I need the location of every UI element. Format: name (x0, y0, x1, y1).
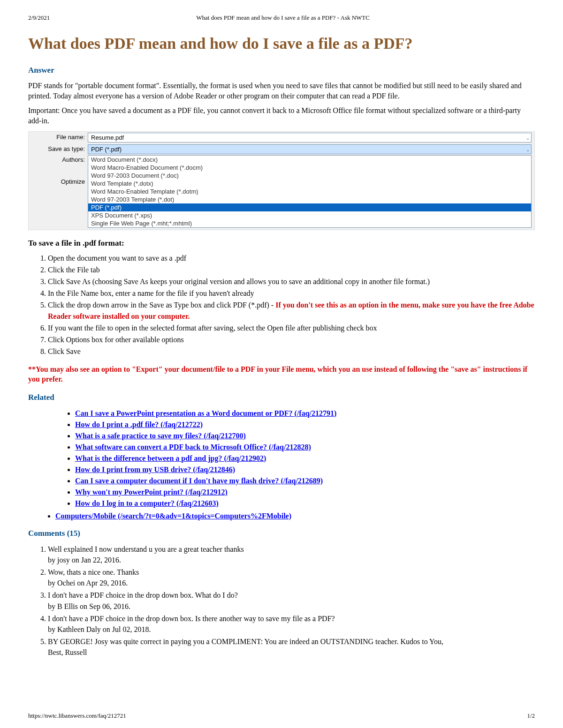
save-as-type-option[interactable]: Word Document (*.docx) (88, 156, 531, 164)
answer-heading: Answer (28, 66, 535, 75)
related-link[interactable]: Can I save a PowerPoint presentation as … (75, 409, 336, 417)
print-date: 2/9/2021 (28, 14, 50, 22)
save-as-type-option[interactable]: XPS Document (*.xps) (88, 211, 531, 219)
optimize-label: Optimize (29, 178, 85, 185)
saveas-dialog-illustration: File name: Resume.pdf ⌄ Save as type: PD… (28, 131, 535, 230)
comment-item: I don't have a PDF choice in the drop do… (48, 590, 535, 611)
step-item: Click Options box for other available op… (48, 334, 535, 346)
comment-meta: by josy on Jan 22, 2016. (48, 556, 121, 564)
save-as-type-dropdown[interactable]: Word Document (*.docx)Word Macro-Enabled… (88, 155, 532, 228)
answer-para-2: Important: Once you have saved a documen… (28, 105, 535, 126)
save-as-type-option[interactable]: Word Macro-Enabled Template (*.dotm) (88, 188, 531, 195)
step-item: Click the File tab (48, 264, 535, 276)
related-item: What is a safe practice to save my files… (75, 430, 535, 442)
filename-field[interactable]: Resume.pdf ⌄ (88, 133, 532, 143)
comment-item: Well explained I now understand u you ar… (48, 544, 535, 565)
page-title: What does PDF mean and how do I save a f… (28, 35, 535, 53)
step-item: Click the drop down arrow in the Save as… (48, 300, 535, 323)
step-item: Open the document you want to save as a … (48, 253, 535, 264)
related-link[interactable]: Can I save a computer document if I don'… (75, 477, 323, 485)
save-as-type-option[interactable]: Word Template (*.dotx) (88, 180, 531, 188)
answer-para-1: PDF stands for "portable document format… (28, 81, 535, 101)
comment-extra: Best, Russell (48, 648, 87, 656)
related-link[interactable]: What is the difference between a pdf and… (75, 454, 266, 462)
step-item: Click Save (48, 346, 535, 358)
authors-label: Authors: (29, 156, 85, 163)
step-warning: If you don't see this as an option in th… (48, 301, 534, 321)
related-link[interactable]: What software can convert a PDF back to … (75, 443, 311, 451)
print-page-title: What does PDF mean and how do I save a f… (196, 14, 370, 22)
step-item: Click Save As (choosing Save As keeps yo… (48, 276, 535, 288)
save-as-type-option[interactable]: Word 97-2003 Template (*.dot) (88, 195, 531, 203)
comment-text: BY GEORGE! Josy was quite correct in pay… (48, 638, 443, 645)
topic-link[interactable]: Computers/Mobile (/search/?t=0&adv=1&top… (55, 512, 291, 520)
footer-url: https://nwtc.libanswers.com/faq/212721 (28, 712, 126, 720)
related-link[interactable]: How do I print a .pdf file? (/faq/212722… (75, 420, 203, 428)
related-item: Can I save a PowerPoint presentation as … (75, 408, 535, 419)
comment-text: I don't have a PDF choice in the drop do… (48, 591, 238, 599)
chevron-down-icon: ⌄ (526, 135, 530, 140)
related-item: Can I save a computer document if I don'… (75, 475, 535, 487)
save-as-type-option[interactable]: Single File Web Page (*.mht;*.mhtml) (88, 219, 531, 227)
related-item: How do I print from my USB drive? (/faq/… (75, 464, 535, 475)
steps-heading: To save a file in .pdf format: (28, 239, 535, 248)
related-item: Why won't my PowerPoint print? (/faq/212… (75, 487, 535, 498)
related-item: What is the difference between a pdf and… (75, 453, 535, 464)
related-item: How do I log in to a computer? (/faq/212… (75, 498, 535, 509)
comments-list: Well explained I now understand u you ar… (38, 544, 535, 658)
comment-text: Wow, thats a nice one. Thanks (48, 568, 139, 576)
comments-heading: Comments (15) (28, 529, 535, 538)
footer-page-number: 1/2 (527, 712, 535, 720)
save-as-type-value: PDF (*.pdf) (91, 146, 122, 153)
comment-item: I don't have a PDF choice in the drop do… (48, 613, 535, 635)
save-as-type-option[interactable]: PDF (*.pdf) (88, 203, 531, 211)
save-as-type-option[interactable]: Word 97-2003 Document (*.doc) (88, 172, 531, 180)
step-item: In the File Name box, enter a name for t… (48, 288, 535, 300)
related-link[interactable]: How do I log in to a computer? (/faq/212… (75, 499, 219, 507)
save-as-type-field[interactable]: PDF (*.pdf) ⌄ (88, 144, 532, 154)
related-item: What software can convert a PDF back to … (75, 442, 535, 453)
step-item: If you want the file to open in the sele… (48, 323, 535, 334)
comment-text: I don't have a PDF choice in the drop do… (48, 615, 335, 623)
related-item: How do I print a .pdf file? (/faq/212722… (75, 419, 535, 430)
comment-meta: by B Ellis on Sep 06, 2016. (48, 602, 130, 610)
comment-meta: by Kathleen Daly on Jul 02, 2018. (48, 625, 151, 633)
filename-label: File name: (29, 132, 88, 143)
chevron-down-icon: ⌄ (526, 147, 530, 152)
filename-value: Resume.pdf (91, 134, 124, 141)
save-as-type-label: Save as type: (29, 143, 88, 155)
related-links-list: Can I save a PowerPoint presentation as … (66, 408, 535, 509)
export-note: **You may also see an option to "Export"… (28, 364, 535, 384)
related-heading: Related (28, 393, 535, 402)
related-link[interactable]: How do I print from my USB drive? (/faq/… (75, 465, 235, 473)
comment-meta: by Ochei on Apr 29, 2016. (48, 579, 128, 587)
save-as-type-option[interactable]: Word Macro-Enabled Document (*.docm) (88, 164, 531, 172)
comment-item: BY GEORGE! Josy was quite correct in pay… (48, 636, 535, 658)
related-link[interactable]: Why won't my PowerPoint print? (/faq/212… (75, 488, 228, 496)
topic-link-list: Computers/Mobile (/search/?t=0&adv=1&top… (46, 512, 535, 520)
steps-list: Open the document you want to save as a … (38, 253, 535, 357)
comment-item: Wow, thats a nice one. Thanksby Ochei on… (48, 567, 535, 588)
related-link[interactable]: What is a safe practice to save my files… (75, 432, 246, 440)
comment-text: Well explained I now understand u you ar… (48, 545, 244, 553)
